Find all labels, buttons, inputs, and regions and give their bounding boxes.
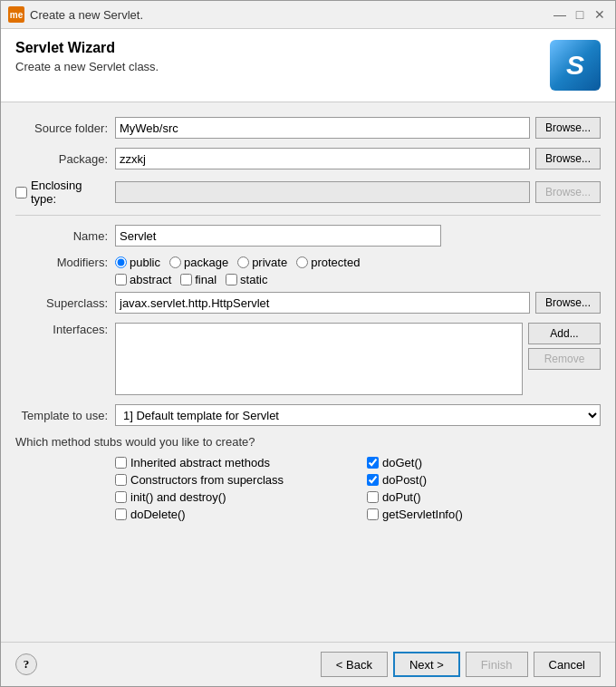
stub-init-destroy[interactable]: init() and destroy() xyxy=(115,490,349,504)
template-select[interactable]: 1] Default template for Servlet xyxy=(115,404,601,426)
next-button[interactable]: Next > xyxy=(393,652,460,677)
package-label: Package: xyxy=(15,152,115,166)
footer-left: ? xyxy=(15,653,37,675)
stub-dopost-checkbox[interactable] xyxy=(367,474,379,486)
modifier-abstract[interactable]: abstract xyxy=(115,273,171,286)
stub-getservletinfo-checkbox[interactable] xyxy=(367,508,379,520)
app-icon: me xyxy=(8,6,24,23)
wizard-footer: ? < Back Next > Finish Cancel xyxy=(1,642,615,686)
stubs-question: Which method stubs would you like to cre… xyxy=(15,435,601,449)
interfaces-box xyxy=(115,323,523,395)
interfaces-label: Interfaces: xyxy=(15,323,115,336)
modifier-static-checkbox[interactable] xyxy=(226,274,237,285)
stub-doput[interactable]: doPut() xyxy=(367,490,601,504)
source-folder-browse-button[interactable]: Browse... xyxy=(535,117,601,139)
package-input[interactable] xyxy=(115,148,530,169)
back-button[interactable]: < Back xyxy=(321,652,388,677)
modifier-package-radio[interactable] xyxy=(169,256,181,268)
superclass-row: Superclass: Browse... xyxy=(15,292,601,314)
window-title: Create a new Servlet. xyxy=(30,8,143,22)
modifier-package[interactable]: package xyxy=(169,256,228,269)
enclosing-label: Enclosing type: xyxy=(31,179,108,206)
modifier-final[interactable]: final xyxy=(180,273,217,286)
title-bar-left: me Create a new Servlet. xyxy=(8,6,143,23)
window-controls: ― □ ✕ xyxy=(552,6,608,23)
stub-constructors-checkbox[interactable] xyxy=(115,474,127,486)
stub-inherited-abstract-checkbox[interactable] xyxy=(115,457,127,469)
source-folder-label: Source folder: xyxy=(15,121,115,135)
stub-doget[interactable]: doGet() xyxy=(367,456,601,469)
name-label: Name: xyxy=(15,229,115,243)
close-button[interactable]: ✕ xyxy=(592,6,608,23)
enclosing-field xyxy=(115,181,530,203)
remove-interface-button[interactable]: Remove xyxy=(528,348,601,370)
modifier-static[interactable]: static xyxy=(226,273,267,286)
modifiers-label: Modifiers: xyxy=(15,256,115,269)
stub-doget-checkbox[interactable] xyxy=(367,457,379,469)
modifiers-row: Modifiers: public package private protec… xyxy=(15,256,601,269)
enclosing-type-input[interactable] xyxy=(115,181,530,203)
modifier-abstract-checkbox[interactable] xyxy=(115,274,127,285)
stub-constructors[interactable]: Constructors from superclass xyxy=(115,473,349,487)
modifier-private-radio[interactable] xyxy=(237,256,249,268)
superclass-label: Superclass: xyxy=(15,296,115,310)
modifier-final-checkbox[interactable] xyxy=(180,274,192,285)
name-input[interactable] xyxy=(115,225,441,247)
header-subtitle: Create a new Servlet class. xyxy=(15,60,159,73)
source-folder-row: Source folder: Browse... xyxy=(15,117,601,139)
wizard-window: me Create a new Servlet. ― □ ✕ Servlet W… xyxy=(0,0,616,687)
stub-dodelete-checkbox[interactable] xyxy=(115,508,127,520)
package-field xyxy=(115,148,530,169)
divider-1 xyxy=(15,215,601,216)
footer-right: < Back Next > Finish Cancel xyxy=(321,652,601,677)
finish-button[interactable]: Finish xyxy=(466,652,528,677)
modifiers-radio-group: public package private protected xyxy=(115,256,360,269)
enclosing-browse-button[interactable]: Browse... xyxy=(535,181,601,203)
servlet-icon: S xyxy=(550,40,601,91)
modifier-protected-radio[interactable] xyxy=(296,256,308,268)
template-label: Template to use: xyxy=(15,409,115,422)
superclass-field xyxy=(115,292,530,314)
enclosing-check-label: Enclosing type: xyxy=(15,179,115,206)
enclosing-type-checkbox[interactable] xyxy=(15,187,27,198)
help-button[interactable]: ? xyxy=(15,653,37,675)
minimize-button[interactable]: ― xyxy=(552,6,568,23)
template-row: Template to use: 1] Default template for… xyxy=(15,404,601,426)
package-row: Package: Browse... xyxy=(15,148,601,169)
superclass-input[interactable] xyxy=(115,292,530,314)
source-folder-field xyxy=(115,117,530,139)
package-browse-button[interactable]: Browse... xyxy=(535,148,601,169)
header-text: Servlet Wizard Create a new Servlet clas… xyxy=(15,40,159,73)
wizard-body: Source folder: Browse... Package: Browse… xyxy=(1,102,615,642)
enclosing-type-row: Enclosing type: Browse... xyxy=(15,179,601,206)
title-bar: me Create a new Servlet. ― □ ✕ xyxy=(1,1,615,29)
stub-doput-checkbox[interactable] xyxy=(367,491,379,503)
stub-dodelete[interactable]: doDelete() xyxy=(115,508,349,521)
modifier-protected[interactable]: protected xyxy=(296,256,360,269)
modifiers-checkbox-group: abstract final static xyxy=(115,273,601,286)
interfaces-row: Interfaces: Add... Remove xyxy=(15,323,601,395)
superclass-browse-button[interactable]: Browse... xyxy=(535,292,601,314)
stub-inherited-abstract[interactable]: Inherited abstract methods xyxy=(115,456,349,469)
modifier-private[interactable]: private xyxy=(237,256,287,269)
add-interface-button[interactable]: Add... xyxy=(528,323,601,344)
stub-getservletinfo[interactable]: getServletInfo() xyxy=(367,508,601,521)
header-title: Servlet Wizard xyxy=(15,40,159,56)
modifier-public[interactable]: public xyxy=(115,256,160,269)
interfaces-buttons: Add... Remove xyxy=(528,323,601,370)
stub-dopost[interactable]: doPost() xyxy=(367,473,601,487)
name-row: Name: xyxy=(15,225,601,247)
name-field xyxy=(115,225,601,247)
wizard-header: Servlet Wizard Create a new Servlet clas… xyxy=(1,29,615,102)
stubs-grid: Inherited abstract methods doGet() Const… xyxy=(115,456,601,521)
maximize-button[interactable]: □ xyxy=(572,6,588,23)
source-folder-input[interactable] xyxy=(115,117,530,139)
cancel-button[interactable]: Cancel xyxy=(534,652,601,677)
modifier-public-radio[interactable] xyxy=(115,256,127,268)
stub-init-destroy-checkbox[interactable] xyxy=(115,491,127,503)
